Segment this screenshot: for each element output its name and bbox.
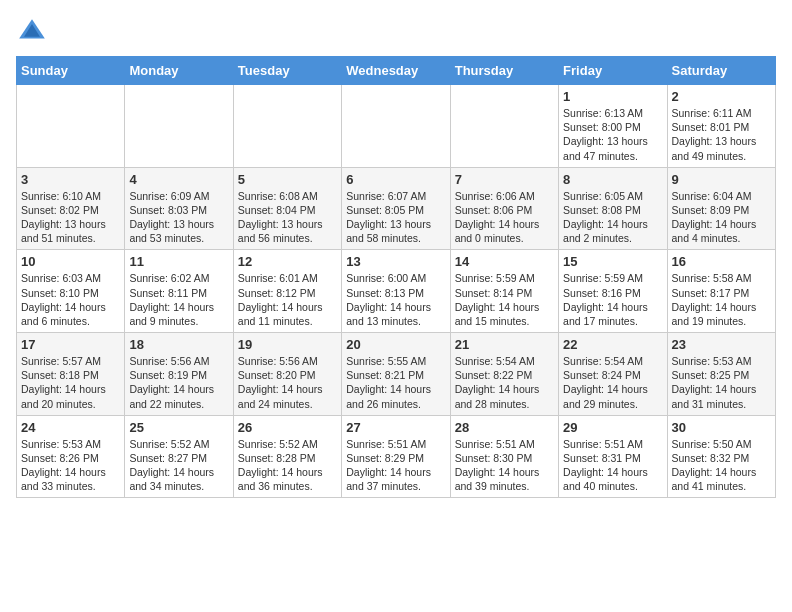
day-info: Sunrise: 5:58 AMSunset: 8:17 PMDaylight:… [672,271,771,328]
calendar-cell [450,85,558,168]
day-number: 16 [672,254,771,269]
day-info: Sunrise: 5:55 AMSunset: 8:21 PMDaylight:… [346,354,445,411]
day-info: Sunrise: 6:06 AMSunset: 8:06 PMDaylight:… [455,189,554,246]
day-number: 17 [21,337,120,352]
day-number: 23 [672,337,771,352]
calendar-cell [125,85,233,168]
calendar-cell: 19Sunrise: 5:56 AMSunset: 8:20 PMDayligh… [233,333,341,416]
day-info: Sunrise: 5:56 AMSunset: 8:19 PMDaylight:… [129,354,228,411]
calendar-cell: 7Sunrise: 6:06 AMSunset: 8:06 PMDaylight… [450,167,558,250]
logo-icon [16,16,48,48]
calendar-cell: 17Sunrise: 5:57 AMSunset: 8:18 PMDayligh… [17,333,125,416]
day-info: Sunrise: 5:59 AMSunset: 8:16 PMDaylight:… [563,271,662,328]
day-info: Sunrise: 6:02 AMSunset: 8:11 PMDaylight:… [129,271,228,328]
day-info: Sunrise: 5:50 AMSunset: 8:32 PMDaylight:… [672,437,771,494]
day-number: 21 [455,337,554,352]
day-number: 26 [238,420,337,435]
calendar-cell: 4Sunrise: 6:09 AMSunset: 8:03 PMDaylight… [125,167,233,250]
calendar-cell: 13Sunrise: 6:00 AMSunset: 8:13 PMDayligh… [342,250,450,333]
calendar-cell: 15Sunrise: 5:59 AMSunset: 8:16 PMDayligh… [559,250,667,333]
day-number: 20 [346,337,445,352]
header-day-tuesday: Tuesday [233,57,341,85]
day-number: 4 [129,172,228,187]
header-day-wednesday: Wednesday [342,57,450,85]
day-number: 14 [455,254,554,269]
calendar-week-5: 24Sunrise: 5:53 AMSunset: 8:26 PMDayligh… [17,415,776,498]
calendar-cell: 28Sunrise: 5:51 AMSunset: 8:30 PMDayligh… [450,415,558,498]
calendar-cell: 8Sunrise: 6:05 AMSunset: 8:08 PMDaylight… [559,167,667,250]
day-info: Sunrise: 6:01 AMSunset: 8:12 PMDaylight:… [238,271,337,328]
calendar-body: 1Sunrise: 6:13 AMSunset: 8:00 PMDaylight… [17,85,776,498]
calendar-cell: 20Sunrise: 5:55 AMSunset: 8:21 PMDayligh… [342,333,450,416]
day-number: 10 [21,254,120,269]
day-info: Sunrise: 5:52 AMSunset: 8:27 PMDaylight:… [129,437,228,494]
calendar-cell: 16Sunrise: 5:58 AMSunset: 8:17 PMDayligh… [667,250,775,333]
day-number: 9 [672,172,771,187]
calendar-cell: 22Sunrise: 5:54 AMSunset: 8:24 PMDayligh… [559,333,667,416]
day-number: 29 [563,420,662,435]
day-number: 6 [346,172,445,187]
calendar-cell [233,85,341,168]
day-info: Sunrise: 6:09 AMSunset: 8:03 PMDaylight:… [129,189,228,246]
calendar-cell: 26Sunrise: 5:52 AMSunset: 8:28 PMDayligh… [233,415,341,498]
header-day-friday: Friday [559,57,667,85]
day-info: Sunrise: 6:10 AMSunset: 8:02 PMDaylight:… [21,189,120,246]
day-info: Sunrise: 5:56 AMSunset: 8:20 PMDaylight:… [238,354,337,411]
calendar-cell: 2Sunrise: 6:11 AMSunset: 8:01 PMDaylight… [667,85,775,168]
day-number: 11 [129,254,228,269]
day-number: 18 [129,337,228,352]
day-info: Sunrise: 5:53 AMSunset: 8:25 PMDaylight:… [672,354,771,411]
calendar-cell: 6Sunrise: 6:07 AMSunset: 8:05 PMDaylight… [342,167,450,250]
day-number: 22 [563,337,662,352]
calendar-cell: 10Sunrise: 6:03 AMSunset: 8:10 PMDayligh… [17,250,125,333]
calendar-table: SundayMondayTuesdayWednesdayThursdayFrid… [16,56,776,498]
header-day-sunday: Sunday [17,57,125,85]
calendar-cell [17,85,125,168]
calendar-week-3: 10Sunrise: 6:03 AMSunset: 8:10 PMDayligh… [17,250,776,333]
day-info: Sunrise: 5:51 AMSunset: 8:30 PMDaylight:… [455,437,554,494]
day-number: 30 [672,420,771,435]
day-number: 7 [455,172,554,187]
calendar-cell: 1Sunrise: 6:13 AMSunset: 8:00 PMDaylight… [559,85,667,168]
calendar-cell: 5Sunrise: 6:08 AMSunset: 8:04 PMDaylight… [233,167,341,250]
day-info: Sunrise: 5:54 AMSunset: 8:22 PMDaylight:… [455,354,554,411]
calendar-cell: 3Sunrise: 6:10 AMSunset: 8:02 PMDaylight… [17,167,125,250]
header-row: SundayMondayTuesdayWednesdayThursdayFrid… [17,57,776,85]
day-info: Sunrise: 5:57 AMSunset: 8:18 PMDaylight:… [21,354,120,411]
day-number: 27 [346,420,445,435]
day-number: 1 [563,89,662,104]
calendar-cell [342,85,450,168]
calendar-header: SundayMondayTuesdayWednesdayThursdayFrid… [17,57,776,85]
day-number: 19 [238,337,337,352]
calendar-cell: 14Sunrise: 5:59 AMSunset: 8:14 PMDayligh… [450,250,558,333]
calendar-cell: 29Sunrise: 5:51 AMSunset: 8:31 PMDayligh… [559,415,667,498]
day-info: Sunrise: 5:59 AMSunset: 8:14 PMDaylight:… [455,271,554,328]
header-day-saturday: Saturday [667,57,775,85]
calendar-cell: 18Sunrise: 5:56 AMSunset: 8:19 PMDayligh… [125,333,233,416]
day-number: 8 [563,172,662,187]
day-number: 15 [563,254,662,269]
calendar-week-4: 17Sunrise: 5:57 AMSunset: 8:18 PMDayligh… [17,333,776,416]
day-number: 12 [238,254,337,269]
calendar-cell: 21Sunrise: 5:54 AMSunset: 8:22 PMDayligh… [450,333,558,416]
day-info: Sunrise: 5:51 AMSunset: 8:31 PMDaylight:… [563,437,662,494]
day-number: 28 [455,420,554,435]
day-info: Sunrise: 5:52 AMSunset: 8:28 PMDaylight:… [238,437,337,494]
day-info: Sunrise: 6:13 AMSunset: 8:00 PMDaylight:… [563,106,662,163]
calendar-cell: 30Sunrise: 5:50 AMSunset: 8:32 PMDayligh… [667,415,775,498]
day-info: Sunrise: 6:04 AMSunset: 8:09 PMDaylight:… [672,189,771,246]
day-info: Sunrise: 5:53 AMSunset: 8:26 PMDaylight:… [21,437,120,494]
calendar-cell: 24Sunrise: 5:53 AMSunset: 8:26 PMDayligh… [17,415,125,498]
day-number: 13 [346,254,445,269]
day-info: Sunrise: 5:54 AMSunset: 8:24 PMDaylight:… [563,354,662,411]
calendar-cell: 11Sunrise: 6:02 AMSunset: 8:11 PMDayligh… [125,250,233,333]
day-info: Sunrise: 5:51 AMSunset: 8:29 PMDaylight:… [346,437,445,494]
calendar-cell: 27Sunrise: 5:51 AMSunset: 8:29 PMDayligh… [342,415,450,498]
day-info: Sunrise: 6:00 AMSunset: 8:13 PMDaylight:… [346,271,445,328]
day-info: Sunrise: 6:03 AMSunset: 8:10 PMDaylight:… [21,271,120,328]
header-day-monday: Monday [125,57,233,85]
page-header [16,16,776,48]
day-number: 24 [21,420,120,435]
day-number: 3 [21,172,120,187]
calendar-cell: 12Sunrise: 6:01 AMSunset: 8:12 PMDayligh… [233,250,341,333]
